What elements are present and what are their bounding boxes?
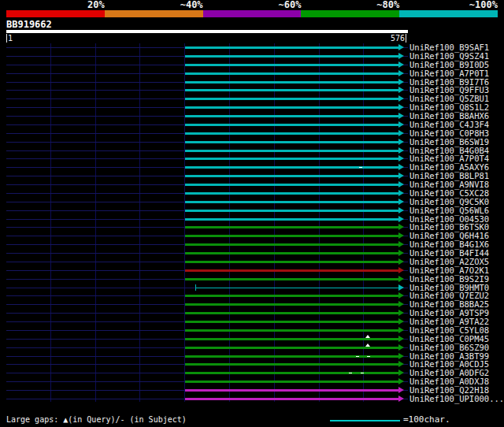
alignment-bar[interactable] (185, 372, 398, 374)
alignment-bar[interactable] (185, 381, 398, 383)
gap-in-subject-marker (349, 373, 352, 373)
alignment-bar[interactable] (185, 389, 398, 392)
alignment-bar[interactable] (185, 132, 398, 135)
arrow-right-icon (398, 301, 404, 307)
arrow-right-icon (398, 164, 404, 170)
arrow-right-icon (398, 318, 404, 325)
alignment-bar[interactable] (185, 141, 398, 143)
alignment-bar[interactable] (185, 261, 398, 263)
arrow-right-icon (398, 378, 404, 384)
alignment-bar[interactable] (185, 347, 398, 349)
arrow-right-icon (398, 121, 404, 128)
scale-label-80: ~80% (301, 0, 399, 10)
alignment-row[interactable]: UniRef100_Q9C5K0 (0, 198, 504, 206)
arrow-right-icon (398, 95, 404, 102)
hit-label[interactable]: UniRef100_UPI000... (410, 395, 504, 403)
alignment-bar[interactable] (185, 218, 398, 221)
ruler-start-label: 1 (8, 34, 13, 43)
alignment-row[interactable]: UniRef100_C0P8H3 (0, 129, 504, 138)
alignment-bar[interactable] (185, 278, 398, 280)
alignment-bar[interactable] (185, 158, 398, 160)
blast-graphic-overview: 20% ~40% ~60% ~80% ~100% BB919662 1 576 … (0, 0, 504, 427)
alignment-bar[interactable] (185, 201, 398, 203)
ruler-end-label: 576 (391, 34, 405, 43)
arrow-right-icon (398, 130, 404, 136)
arrow-right-icon (398, 353, 404, 359)
arrow-right-icon (398, 241, 404, 247)
hit-label[interactable]: UniRef100_B9I0D5 (410, 61, 489, 69)
arrow-right-icon (398, 267, 404, 273)
alignment-bar[interactable] (185, 55, 398, 58)
arrow-right-icon (398, 361, 404, 367)
alignment-bar[interactable] (185, 398, 398, 400)
alignment-bar[interactable] (185, 89, 398, 91)
alignment-row[interactable]: UniRef100_A7P0T1 (0, 69, 504, 78)
alignment-bar[interactable] (185, 338, 398, 340)
identity-scale-segment (6, 10, 105, 17)
alignment-bar[interactable] (185, 46, 398, 49)
hit-label[interactable]: UniRef100_A7O2K1 (410, 266, 489, 275)
alignment-row[interactable]: UniRef100_B6SZ90 (0, 343, 504, 352)
gaps-legend-text: Large gaps: ▲(in Query)/- (in Subject) (6, 415, 187, 424)
alignment-row[interactable]: UniRef100_UPI000... (0, 395, 504, 403)
alignment-bar[interactable] (185, 243, 398, 246)
arrow-right-icon (398, 70, 404, 76)
arrow-right-icon (398, 199, 404, 205)
query-bar (6, 30, 408, 33)
scale-label-40: ~40% (105, 0, 203, 10)
alignment-row[interactable]: UniRef100_Q56WL6 (0, 206, 504, 215)
identity-scale-segment (399, 10, 498, 17)
alignment-bar[interactable] (185, 269, 398, 272)
query-name: BB919662 (6, 19, 52, 30)
gap-in-query-marker (365, 343, 370, 347)
alignment-bar[interactable] (185, 321, 398, 323)
alignment-bar[interactable] (185, 210, 398, 212)
hit-label[interactable]: UniRef100_Q9C5K0 (410, 198, 489, 206)
alignment-bar[interactable] (185, 235, 398, 237)
alignment-row[interactable]: UniRef100_C0PM45 (0, 335, 504, 343)
alignment-bar[interactable] (185, 150, 398, 152)
alignment-bar[interactable] (185, 115, 398, 117)
alignment-bar[interactable] (185, 106, 398, 109)
scale-label-100: ~100% (399, 0, 498, 10)
alignment-bar[interactable] (185, 303, 398, 306)
alignment-bar[interactable] (185, 166, 398, 169)
alignment-bar[interactable] (195, 288, 398, 288)
arrow-right-icon (398, 61, 404, 68)
hit-label[interactable]: UniRef100_B6SZ90 (410, 343, 489, 352)
alignment-row[interactable]: UniRef100_B6SW19 (0, 138, 504, 147)
alignment-bar[interactable] (185, 363, 398, 366)
alignment-bar[interactable] (185, 124, 398, 126)
arrow-right-icon (398, 224, 404, 230)
hit-label[interactable]: UniRef100_A7P0T1 (410, 69, 489, 78)
arrow-right-icon (398, 155, 404, 162)
alignment-bar[interactable] (185, 252, 398, 254)
alignment-bar[interactable] (185, 72, 398, 75)
alignment-bar[interactable] (185, 81, 398, 84)
hit-label[interactable]: UniRef100_B9S2I9 (410, 275, 489, 284)
hit-label[interactable]: UniRef100_B6SW19 (410, 138, 489, 147)
arrow-right-icon (398, 369, 404, 376)
gap-in-subject-marker (361, 373, 364, 373)
alignment-bar[interactable] (185, 184, 398, 186)
arrow-right-icon (398, 53, 404, 59)
hit-label[interactable]: UniRef100_C0P8H3 (410, 129, 489, 138)
arrow-right-icon (398, 284, 404, 291)
hit-label[interactable]: UniRef100_Q56WL6 (410, 206, 489, 215)
alignment-bar[interactable] (185, 329, 398, 332)
alignment-row[interactable]: UniRef100_B9I0D5 (0, 61, 504, 69)
alignment-bar[interactable] (185, 98, 398, 100)
alignment-bar[interactable] (185, 64, 398, 66)
arrow-right-icon (398, 190, 404, 196)
alignment-bar[interactable] (185, 175, 398, 177)
alignment-row[interactable]: UniRef100_A7O2K1 (0, 266, 504, 275)
alignment-bar[interactable] (185, 295, 398, 297)
alignment-bar[interactable] (185, 226, 398, 228)
alignment-bar[interactable] (185, 192, 398, 195)
identity-scale-labels: 20% ~40% ~60% ~80% ~100% (6, 0, 498, 10)
arrow-right-icon (398, 181, 404, 188)
alignment-row[interactable]: UniRef100_B9S2I9 (0, 275, 504, 284)
alignment-bar[interactable] (185, 312, 398, 314)
hit-label[interactable]: UniRef100_C0PM45 (410, 335, 489, 343)
alignment-start-tick (195, 284, 196, 291)
